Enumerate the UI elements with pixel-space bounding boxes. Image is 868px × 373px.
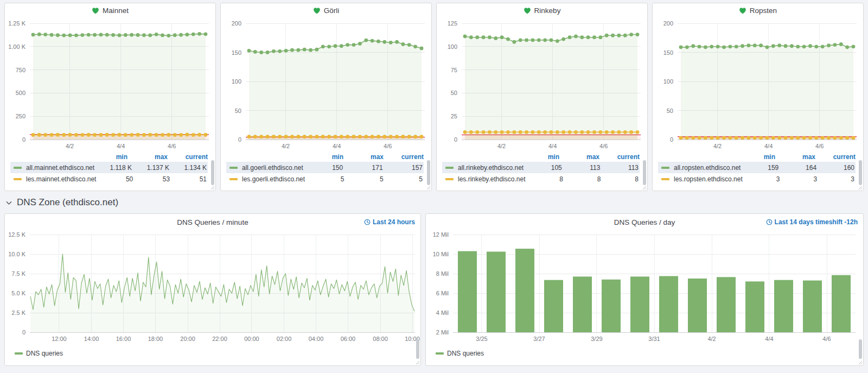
series-name[interactable]: les.goerli.ethdisco.net [227, 175, 305, 183]
goerli-chart[interactable]: 0501001502004/24/44/6 [221, 18, 431, 151]
panel-resize-handle[interactable] [210, 185, 215, 190]
legend-col-min[interactable]: min [303, 153, 343, 161]
svg-text:16:00: 16:00 [116, 336, 131, 342]
legend-row: les.goerli.ethdisco.net 5 5 5 [226, 173, 424, 185]
legend-col-current[interactable]: current [599, 153, 640, 161]
svg-text:8 Mil: 8 Mil [436, 270, 449, 277]
panel-scrollbar[interactable] [416, 339, 419, 359]
svg-text:06:00: 06:00 [341, 336, 356, 342]
panel-resize-handle[interactable] [858, 360, 863, 365]
series-color-dash [436, 352, 444, 355]
legend-header: min max current [10, 151, 208, 162]
legend-row: les.rinkeby.ethdisco.net 8 8 8 [442, 173, 640, 185]
legend-row: all.mainnet.ethdisco.net 1.118 K 1.137 K… [10, 162, 208, 173]
time-range-link[interactable]: Last 24 hours [364, 218, 415, 226]
svg-text:4/6: 4/6 [815, 143, 824, 149]
svg-text:02:00: 02:00 [277, 336, 292, 342]
svg-text:04:00: 04:00 [309, 336, 324, 342]
panel-scrollbar[interactable] [859, 339, 862, 359]
goerli-legend: min max current all.goerli.ethdisco.net … [226, 151, 424, 185]
legend-col-max[interactable]: max [775, 153, 815, 161]
svg-text:250: 250 [16, 113, 25, 119]
svg-text:500: 500 [16, 90, 25, 96]
panel-resize-handle[interactable] [858, 185, 863, 190]
series-name[interactable]: all.mainnet.ethdisco.net [11, 164, 94, 172]
panel-title-goerli[interactable]: Görli [221, 3, 431, 18]
series-name[interactable]: all.rinkeby.ethdisco.net [443, 164, 524, 172]
panel-resize-handle[interactable] [642, 185, 647, 190]
svg-text:25: 25 [451, 113, 457, 119]
panel-title-mainnet[interactable]: Mainnet [5, 3, 215, 18]
page-title: Ropsten [750, 7, 777, 15]
heart-icon [92, 7, 99, 14]
series-color-dash [15, 352, 23, 355]
time-range-link[interactable]: Last 14 days timeshift -12h [766, 218, 858, 226]
svg-text:4/4: 4/4 [764, 143, 773, 149]
svg-text:3/27: 3/27 [533, 336, 545, 342]
svg-text:3/29: 3/29 [591, 336, 602, 342]
legend-col-current[interactable]: current [815, 153, 856, 161]
legend-col-max[interactable]: max [343, 153, 384, 161]
svg-text:50: 50 [235, 108, 241, 114]
series-color-dash [661, 167, 669, 169]
panel-title-dns-queries-minute[interactable]: DNS Queries / minute [5, 218, 420, 226]
legend-row: all.ropsten.ethdisco.net 159 164 160 [658, 162, 856, 173]
svg-text:08:00: 08:00 [373, 336, 388, 342]
panel-resize-handle[interactable] [415, 360, 420, 365]
svg-text:2.5 K: 2.5 K [11, 309, 25, 316]
svg-text:125: 125 [448, 20, 457, 27]
legend-row: all.rinkeby.ethdisco.net 105 113 113 [442, 162, 640, 173]
panel-resize-handle[interactable] [426, 185, 431, 190]
rinkeby-chart[interactable]: 02550751001254/24/44/6 [437, 18, 647, 151]
series-name[interactable]: les.rinkeby.ethdisco.net [443, 175, 526, 183]
dns-queries-day-chart[interactable]: 2 Mil4 Mil6 Mil8 Mil10 Mil12 Mil3/253/27… [426, 230, 863, 346]
dns-queries-legend: DNS queries [433, 350, 863, 357]
series-name[interactable]: les.ropsten.ethdisco.net [659, 175, 743, 183]
legend-col-min[interactable]: min [519, 153, 559, 161]
series-name[interactable]: DNS queries [26, 350, 63, 357]
legend-col-current[interactable]: current [168, 153, 208, 161]
health-panels-row: Mainnet 02505007501.00 K1.25 K4/24/44/6 … [4, 3, 864, 191]
series-name[interactable]: all.goerli.ethdisco.net [227, 164, 303, 172]
legend-col-min[interactable]: min [735, 153, 775, 161]
page-title: Rinkeby [534, 7, 561, 15]
panel-title-ropsten[interactable]: Ropsten [653, 3, 863, 18]
svg-text:7.5 K: 7.5 K [11, 270, 25, 277]
panel-title-rinkeby[interactable]: Rinkeby [437, 3, 647, 18]
heart-icon [739, 7, 746, 14]
legend-col-max[interactable]: max [559, 153, 599, 161]
legend-row: les.ropsten.ethdisco.net 3 3 3 [658, 173, 856, 185]
series-name[interactable]: les.mainnet.ethdisco.net [11, 175, 96, 183]
panel-ropsten: Ropsten 0501001502004/24/44/6 min max cu… [652, 3, 864, 191]
legend-col-min[interactable]: min [87, 153, 127, 161]
dns-zone-panels-row: DNS Queries / minute Last 24 hours 02.5 … [4, 213, 864, 366]
svg-text:00:00: 00:00 [244, 336, 259, 342]
series-name[interactable]: all.ropsten.ethdisco.net [659, 164, 741, 172]
clock-icon [766, 219, 773, 225]
svg-text:4/6: 4/6 [599, 143, 608, 149]
svg-text:4/2: 4/2 [497, 143, 506, 149]
ropsten-chart[interactable]: 0501001502004/24/44/6 [653, 18, 863, 151]
heart-icon [313, 7, 321, 14]
svg-text:4/6: 4/6 [384, 143, 392, 149]
svg-text:4/2: 4/2 [282, 143, 290, 149]
dns-queries-minute-chart[interactable]: 02.5 K5.0 K7.5 K10.0 K12.5 K12:0014:0016… [5, 230, 420, 346]
series-name[interactable]: DNS queries [447, 350, 484, 357]
legend-scrollbar[interactable] [427, 160, 430, 185]
dns-queries-legend: DNS queries [12, 350, 420, 357]
legend-scrollbar[interactable] [211, 160, 214, 185]
series-color-dash [14, 178, 22, 180]
svg-text:0: 0 [454, 136, 457, 143]
svg-text:50: 50 [451, 90, 457, 96]
svg-text:3/25: 3/25 [476, 336, 487, 342]
ropsten-legend: min max current all.ropsten.ethdisco.net… [658, 151, 856, 185]
rinkeby-legend: min max current all.rinkeby.ethdisco.net… [442, 151, 640, 185]
mainnet-chart[interactable]: 02505007501.00 K1.25 K4/24/44/6 [5, 18, 215, 151]
panel-mainnet: Mainnet 02505007501.00 K1.25 K4/24/44/6 … [4, 3, 216, 191]
legend-col-max[interactable]: max [127, 153, 168, 161]
legend-col-current[interactable]: current [384, 153, 424, 161]
legend-scrollbar[interactable] [859, 160, 862, 185]
row-dns-zone[interactable]: DNS Zone (ethdisco.net) [5, 195, 118, 210]
legend-scrollbar[interactable] [643, 160, 646, 185]
series-color-dash [661, 178, 669, 180]
